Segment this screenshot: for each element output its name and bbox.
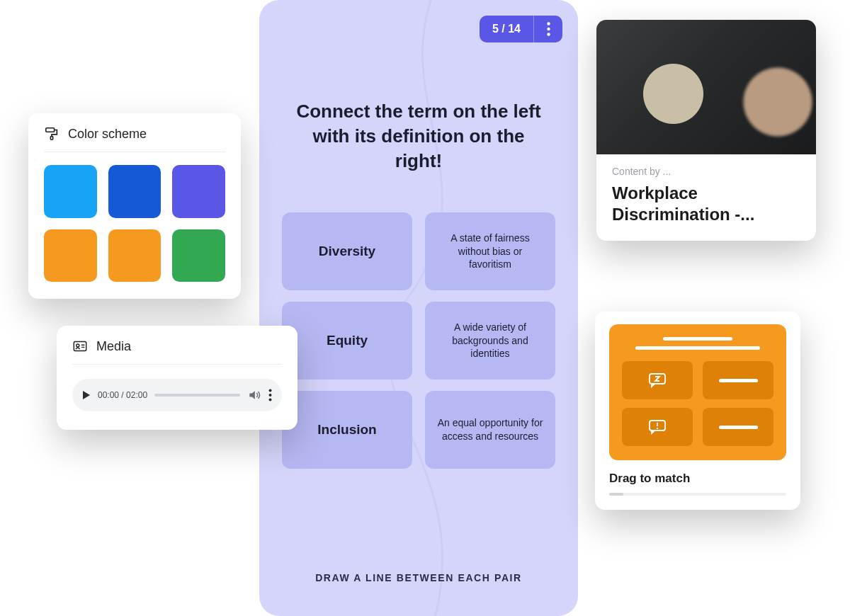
- svg-point-6: [76, 344, 79, 347]
- play-button[interactable]: [82, 390, 91, 400]
- play-icon: [82, 390, 91, 400]
- svg-rect-5: [74, 342, 86, 351]
- content-title: Workplace Discrimination -...: [612, 183, 800, 225]
- decorative-line: [635, 346, 759, 350]
- definition-card[interactable]: A state of fairness without bias or favo…: [425, 212, 555, 290]
- audio-time: 00:00 / 02:00: [98, 390, 147, 400]
- drag-to-match-card[interactable]: Drag to match: [595, 312, 800, 510]
- lesson-phone: 5 / 14 Connect the term on the left with…: [259, 0, 578, 616]
- drag-tile: [703, 361, 774, 399]
- color-swatch[interactable]: [172, 165, 225, 218]
- audio-player: 00:00 / 02:00: [72, 379, 282, 411]
- content-hero-image: [596, 20, 816, 154]
- color-swatch[interactable]: [108, 165, 162, 218]
- term-card[interactable]: Inclusion: [282, 391, 412, 469]
- svg-rect-3: [46, 128, 55, 132]
- color-scheme-title: Color scheme: [68, 127, 147, 142]
- kebab-icon: [547, 22, 550, 36]
- svg-point-8: [269, 394, 272, 397]
- svg-point-7: [269, 389, 272, 392]
- volume-icon: [247, 388, 261, 402]
- svg-rect-4: [50, 137, 52, 140]
- content-preview-card[interactable]: Content by ... Workplace Discrimination …: [596, 20, 816, 241]
- audio-seekbar[interactable]: [154, 394, 240, 397]
- drag-canvas: [609, 324, 786, 460]
- color-swatch[interactable]: [172, 229, 225, 283]
- media-title: Media: [96, 339, 131, 354]
- content-eyebrow: Content by ...: [612, 166, 800, 177]
- id-card-icon: [72, 338, 88, 354]
- match-grid: Diversity A state of fairness without bi…: [282, 212, 555, 469]
- lesson-prompt: Connect the term on the left with its de…: [288, 99, 550, 173]
- color-swatch[interactable]: [108, 229, 162, 283]
- svg-point-12: [657, 428, 658, 429]
- color-scheme-card: Color scheme: [28, 113, 241, 299]
- svg-point-0: [547, 22, 550, 25]
- kebab-icon: [268, 389, 272, 401]
- color-swatch[interactable]: [44, 165, 97, 218]
- media-card: Media 00:00 / 02:00: [57, 326, 298, 430]
- drag-tile: [622, 361, 693, 399]
- term-card[interactable]: Equity: [282, 302, 412, 380]
- drag-progress-bar: [609, 493, 786, 496]
- audio-more-button[interactable]: [268, 389, 272, 401]
- more-menu-button[interactable]: [534, 16, 562, 42]
- definition-card[interactable]: An equal opportunity for access and reso…: [425, 391, 555, 469]
- chat-z-icon: [647, 372, 667, 389]
- svg-point-9: [269, 399, 272, 401]
- drag-tile: [703, 408, 774, 446]
- progress-indicator: 5 / 14: [480, 16, 534, 42]
- svg-point-2: [547, 33, 550, 35]
- color-swatch[interactable]: [44, 229, 97, 283]
- definition-card[interactable]: A wide variety of backgrounds and identi…: [425, 302, 555, 380]
- paint-roller-icon: [44, 126, 60, 142]
- drag-tile: [622, 408, 693, 446]
- volume-button[interactable]: [247, 388, 261, 402]
- lesson-footer-hint: DRAW A LINE BETWEEN EACH PAIR: [259, 572, 578, 583]
- drag-caption: Drag to match: [609, 472, 786, 486]
- decorative-line: [663, 337, 732, 341]
- svg-point-1: [547, 28, 550, 30]
- chat-exclaim-icon: [647, 418, 667, 435]
- term-card[interactable]: Diversity: [282, 212, 412, 290]
